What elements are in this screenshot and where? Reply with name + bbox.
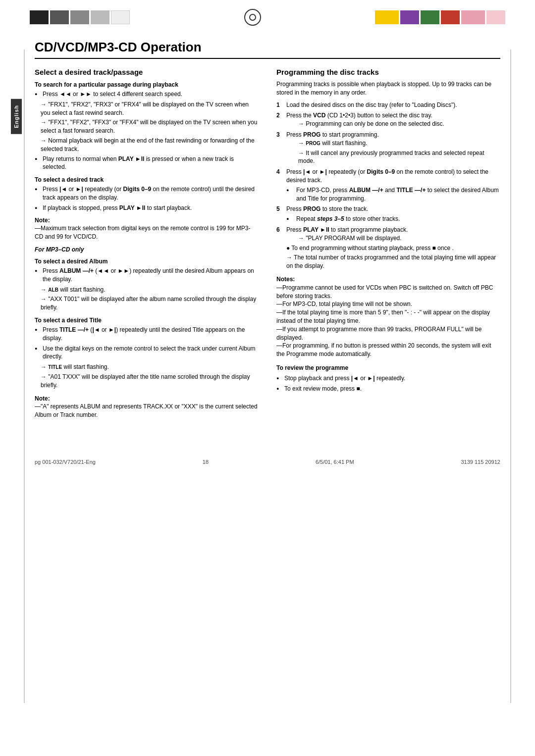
list-item: Press ALBUM —/+ (◄◄ or ►►) repeatedly un… <box>35 267 259 284</box>
play-normal-bullets: Play returns to normal when PLAY ►II is … <box>35 155 259 172</box>
footer-code: 3139 115 20912 <box>461 459 500 465</box>
note-program-full: —If you attempt to programme more than 9… <box>276 325 500 342</box>
sub-heading-search-playback: To search for a particular passage durin… <box>35 81 259 88</box>
arrow-frx1: "FRX1", "FRX2", "FRX3" or "FRX4" will be… <box>35 101 259 117</box>
page-footer: pg 001-032/V720/21-Eng 18 6/5/01, 6:41 P… <box>0 454 535 470</box>
select-title-bullets: Press TITLE —/+ (|◄ or ►|) repeatedly un… <box>35 326 259 361</box>
footer-date: 6/5/01, 6:41 PM <box>316 459 354 465</box>
page-title: CD/VCD/MP3-CD Operation <box>35 40 500 59</box>
step-3: 3 Press PROG to start programming. PROG … <box>276 131 500 165</box>
step-4: 4 Press |◄ or ►| repeatedly (or Digits 0… <box>276 168 500 202</box>
arrow-play-program: "PLAY PROGRAM will be displayed. <box>292 234 500 243</box>
note-text-1: —Maximum track selection from digital ke… <box>35 225 251 240</box>
notes-label: Notes: <box>276 276 295 283</box>
language-sidebar-label: English <box>11 99 22 134</box>
arrow-prog-flash: PROG will start flashing. <box>292 139 500 148</box>
top-center-compass <box>130 9 375 26</box>
list-item: If playback is stopped, press PLAY ►II t… <box>35 204 259 212</box>
list-item: Use the digital keys on the remote contr… <box>35 345 259 361</box>
right-section-heading: Programming the disc tracks <box>276 68 500 76</box>
step-num-5: 5 <box>276 205 280 213</box>
compass-icon <box>244 9 261 26</box>
review-heading: To review the programme <box>276 364 500 371</box>
color-block-gray <box>70 10 89 24</box>
sub-heading-select-album: To select a desired Album <box>35 258 259 265</box>
note-label-1: Note: <box>35 217 50 224</box>
list-item: Press |◄ or ►| repeatedly (or Digits 0–9… <box>35 185 259 202</box>
select-album-bullets: Press ALBUM —/+ (◄◄ or ►►) repeatedly un… <box>35 267 259 284</box>
arrow-step2: Programming can only be done on the sele… <box>292 120 500 128</box>
list-item: Press ◄◄ or ►► to select 4 different sea… <box>35 90 259 99</box>
list-item: Press TITLE —/+ (|◄ or ►|) repeatedly un… <box>35 326 259 343</box>
arrow-axx-t001: "AXX T001" will be displayed after the a… <box>35 295 259 312</box>
color-block-black <box>30 10 49 24</box>
arrow-normal-playback: Normal playback will begin at the end of… <box>35 137 259 153</box>
note-mp3cd-time: —For MP3-CD, total playing time will not… <box>276 300 500 308</box>
step4-bullets: For MP3-CD, press ALBUM —/+ and TITLE —/… <box>286 186 500 203</box>
note-block-1: Note: —Maximum track selection from digi… <box>35 216 259 241</box>
note-auto-exit: —For programming, if no button is presse… <box>276 342 500 358</box>
top-bar-right-colors <box>375 10 505 24</box>
color-block-darkgray <box>50 10 69 24</box>
sub-heading-select-track: To select a desired track <box>35 176 259 183</box>
step-num-2: 2 <box>276 111 280 120</box>
left-section-heading: Select a desired track/passage <box>35 68 259 76</box>
color-block-pink <box>461 10 485 24</box>
step-6: 6 Press PLAY ►II to start programme play… <box>276 226 500 270</box>
color-block-lightgray <box>91 10 109 24</box>
select-track-bullets: Press |◄ or ►| repeatedly (or Digits 0–9… <box>35 185 259 212</box>
left-column: Select a desired track/passage To search… <box>35 68 259 419</box>
note-block-2: Note: —"A" represents ALBUM and represen… <box>35 395 259 419</box>
step-2: 2 Press the VCD (CD 1•2•3) button to sel… <box>276 111 500 128</box>
programming-intro: Programming tracks is possible when play… <box>276 80 500 97</box>
color-block-yellow <box>375 10 399 24</box>
step6-extra2: → The total number of tracks programmed … <box>286 253 500 270</box>
step-num-4: 4 <box>276 168 280 176</box>
color-block-lightpink <box>486 10 505 24</box>
two-column-layout: Select a desired track/passage To search… <box>35 68 500 419</box>
list-item-exit-review: To exit review mode, press ■. <box>276 385 500 393</box>
compass-inner <box>249 14 256 21</box>
color-block-green <box>421 10 439 24</box>
list-item: Play returns to normal when PLAY ►II is … <box>35 155 259 172</box>
right-column: Programming the disc tracks Programming … <box>276 68 500 419</box>
list-item: For MP3-CD, press ALBUM —/+ and TITLE —/… <box>286 186 500 203</box>
arrow-ffx1: "FFX1", "FFX2", "FFX3" or "FFX4" will be… <box>35 118 259 135</box>
note-pbc: —Programme cannot be used for VCDs when … <box>276 284 500 301</box>
top-bar <box>0 0 535 35</box>
arrow-alb-flash: ALB will start flashing. <box>35 286 259 294</box>
note-label-2: Note: <box>35 395 50 402</box>
right-border-line <box>510 50 511 703</box>
color-block-purple <box>400 10 419 24</box>
review-bullets: Stop playback and press |◄ or ►| repeate… <box>276 374 500 393</box>
programming-steps: 1 Load the desired discs on the disc tra… <box>276 101 500 270</box>
step-5: 5 Press PROG to store the track. Repeat … <box>276 205 500 223</box>
step-num-1: 1 <box>276 101 280 109</box>
step-num-6: 6 <box>276 226 280 234</box>
arrow-a01-txxx: "A01 TXXX" will be displayed after the t… <box>35 373 259 390</box>
arrow-title-flash: TITLE will start flashing. <box>35 363 259 371</box>
note-text-2: —"A" represents ALBUM and represents TRA… <box>35 403 258 418</box>
main-content: CD/VCD/MP3-CD Operation Select a desired… <box>0 35 535 439</box>
list-item: Repeat steps 3–5 to store other tracks. <box>286 215 500 223</box>
step-1: 1 Load the desired discs on the disc tra… <box>276 101 500 109</box>
footer-center-page: 18 <box>203 459 209 465</box>
color-block-red <box>441 10 460 24</box>
step-num-3: 3 <box>276 131 280 139</box>
step6-extra1: ● To end programming without starting pl… <box>286 244 500 252</box>
sub-heading-select-title: To select a desired Title <box>35 317 259 324</box>
note-total-time: —If the total playing time is more than … <box>276 308 500 325</box>
footer-left: pg 001-032/V720/21-Eng <box>35 459 96 465</box>
color-block-white <box>111 10 130 24</box>
arrow-cancel-prev: It will cancel any previously programmed… <box>292 149 500 166</box>
left-border-line <box>24 50 25 703</box>
list-item-stop-playback: Stop playback and press |◄ or ►| repeate… <box>276 374 500 383</box>
step5-bullets: Repeat steps 3–5 to store other tracks. <box>286 215 500 223</box>
top-bar-left-colors <box>30 10 130 24</box>
sub-heading-mp3cd: For MP3–CD only <box>35 246 259 253</box>
search-playback-bullets: Press ◄◄ or ►► to select 4 different sea… <box>35 90 259 99</box>
notes-block: Notes: —Programme cannot be used for VCD… <box>276 275 500 358</box>
